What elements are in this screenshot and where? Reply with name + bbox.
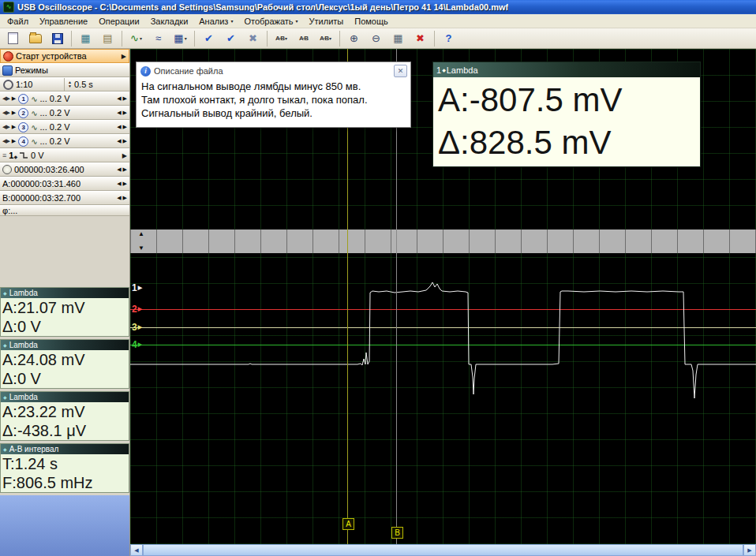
- new-file-button[interactable]: [2, 29, 24, 48]
- shift-icon[interactable]: ◀▶: [2, 138, 9, 144]
- grid-toggle-button[interactable]: ▦: [387, 29, 409, 48]
- cursor-b-time-row[interactable]: B:000000:03:32.700 ◀▶: [0, 191, 129, 205]
- cursor-a-time-value: A:000000:03:31.460: [2, 179, 80, 188]
- scroll-left-button[interactable]: ◀: [130, 544, 143, 556]
- timebase-control[interactable]: ▲▼ 0.5 s: [65, 78, 129, 91]
- accept-button-1[interactable]: ✔: [198, 29, 219, 48]
- channel-2-marker[interactable]: 2▶: [132, 304, 142, 315]
- phase-row[interactable]: φ:...: [0, 205, 129, 216]
- zoom-in-button[interactable]: ⊕: [343, 29, 365, 48]
- coupling-icon: ∿: [31, 95, 37, 103]
- expand-arrow-icon: ▶: [122, 152, 127, 159]
- menu-help[interactable]: Помощь: [349, 15, 394, 28]
- channel-3-marker[interactable]: 3▶: [132, 322, 142, 333]
- trigger-row[interactable]: ≡ 1◆ 0 V ▶: [0, 148, 129, 162]
- save-button[interactable]: [47, 29, 68, 48]
- lambda-panel-title: Lambda: [447, 65, 478, 75]
- menu-display[interactable]: Отображать▾: [238, 15, 303, 28]
- copy-graph-button[interactable]: ▤: [97, 29, 118, 48]
- channel-1-steppers[interactable]: ◀▶: [117, 95, 127, 102]
- export-image-icon: ▦: [80, 33, 90, 43]
- marker-arrow-icon: ▶: [138, 339, 142, 350]
- cursor-ab-icon: A·B: [320, 33, 328, 43]
- menu-utilities[interactable]: Утилиты: [304, 15, 350, 28]
- clock-icon: [2, 165, 12, 174]
- channel-1-badge[interactable]: 1: [18, 94, 28, 104]
- channel-2-badge[interactable]: 2: [18, 108, 28, 118]
- clear-icon: ✖: [416, 33, 425, 43]
- popup-line-3: Сигнальный вывод крайний, белый.: [141, 106, 406, 120]
- lambda-panel-body: A:-807.5 mV Δ:828.5 mV: [433, 77, 700, 166]
- menu-control[interactable]: Управление: [34, 15, 93, 28]
- cursor-b-steppers[interactable]: ◀▶: [117, 195, 127, 201]
- trigger-source[interactable]: 1◆: [9, 151, 17, 160]
- menu-file[interactable]: Файл: [2, 15, 34, 28]
- save-icon: [52, 33, 63, 44]
- timebase-value: 0.5 s: [74, 80, 93, 89]
- coupling-icon: ∿: [31, 137, 37, 146]
- toolbar-separator: [194, 31, 195, 47]
- measurement-header-2[interactable]: ◆ Lambda: [1, 340, 129, 350]
- channel-1-row[interactable]: ◀▶ ▶ 1 ∿ ... 0.2 V ◀▶: [0, 91, 129, 106]
- probe-scale-control[interactable]: 1:10: [0, 78, 65, 91]
- close-button[interactable]: ✕: [394, 65, 407, 77]
- channel-1-marker[interactable]: 1▶: [132, 282, 142, 293]
- measurement-value-a: A:23.22 mV: [2, 402, 127, 421]
- start-device-button[interactable]: Старт устройства ▶: [0, 49, 129, 63]
- modes-button[interactable]: Режимы: [0, 63, 129, 77]
- channel-4-row[interactable]: ◀▶ ▶ 4 ∿ ... 0.2 V ◀▶: [0, 134, 129, 148]
- open-file-button[interactable]: [24, 29, 46, 48]
- measurement-header-interval[interactable]: ◆ A-B интервал: [1, 444, 129, 454]
- menu-analysis[interactable]: Анализ▾: [193, 15, 238, 28]
- horizontal-scrollbar[interactable]: ◀ ▶: [130, 544, 756, 556]
- cursor-b-time-value: B:000000:03:32.700: [2, 193, 80, 203]
- channel-4-steppers[interactable]: ◀▶: [117, 138, 127, 144]
- cursor-a-steppers[interactable]: ◀▶: [117, 181, 127, 187]
- clear-button[interactable]: ✖: [410, 29, 431, 48]
- channel-4-marker[interactable]: 4▶: [132, 339, 142, 350]
- channel-3-badge[interactable]: 3: [18, 122, 28, 132]
- cursor-a-time-row[interactable]: A:000000:03:31.460 ◀▶: [0, 177, 129, 191]
- marker-arrow-icon: ▶: [138, 304, 142, 315]
- marker-arrow-icon: ▶: [12, 124, 16, 130]
- scrollbar-thumb[interactable]: [143, 544, 743, 556]
- lambda-panel-header[interactable]: 1 ◆ Lambda: [433, 62, 700, 77]
- cursor-a-label[interactable]: A: [342, 518, 354, 530]
- cursor-b-label[interactable]: B: [391, 527, 403, 539]
- menu-bookmarks[interactable]: Закладки: [145, 15, 194, 28]
- phase-value: φ:...: [2, 206, 17, 215]
- scope-display[interactable]: ▲ ▼ A B 1▶ 2▶ 3▶ 4▶ i Описание файла ✕ Н…: [130, 49, 756, 544]
- chart-mode-button[interactable]: ▦▾: [170, 29, 191, 48]
- lambda-a-value: A:-807.5 mV: [438, 79, 695, 121]
- channel-2-steppers[interactable]: ◀▶: [117, 110, 127, 116]
- shift-icon[interactable]: ◀▶: [2, 124, 9, 130]
- cursor-ab-button-2[interactable]: A·B: [293, 29, 314, 48]
- channel-4-badge[interactable]: 4: [18, 136, 28, 147]
- export-image-button[interactable]: ▦: [75, 29, 96, 48]
- scroll-right-button[interactable]: ▶: [743, 544, 756, 556]
- shift-icon[interactable]: ◀▶: [2, 95, 9, 102]
- channel-1-range: ... 0.2 V: [40, 94, 70, 103]
- cursor-ab-button-1[interactable]: A·B▾: [271, 29, 292, 48]
- cursor-ab-button-3[interactable]: A·B▾: [315, 29, 336, 48]
- waveform-mode-icon: ∿: [130, 33, 139, 43]
- zoom-mode-button[interactable]: ≈: [148, 29, 169, 48]
- help-button[interactable]: ?: [438, 29, 459, 48]
- channel-3-row[interactable]: ◀▶ ▶ 3 ∿ ... 0.2 V ◀▶: [0, 120, 129, 134]
- waveform-mode-button[interactable]: ∿▾: [125, 29, 147, 48]
- channel-2-row[interactable]: ◀▶ ▶ 2 ∿ ... 0.2 V ◀▶: [0, 106, 129, 120]
- zoom-out-button[interactable]: ⊖: [365, 29, 387, 48]
- shift-icon[interactable]: ◀▶: [2, 110, 9, 116]
- time-steppers[interactable]: ◀▶: [117, 166, 127, 173]
- menu-bar: Файл Управление Операции Закладки Анализ…: [0, 14, 756, 28]
- marker-arrow-icon: ▶: [12, 138, 16, 144]
- measurement-header-1[interactable]: ◆ Lambda: [1, 288, 129, 298]
- measurement-header-3[interactable]: ◆ Lambda: [1, 392, 129, 402]
- measurement-body-interval: T:1.24 s F:806.5 mHz: [1, 454, 129, 492]
- channel-3-steppers[interactable]: ◀▶: [117, 124, 127, 130]
- time-position-row[interactable]: 000000:03:26.400 ◀▶: [0, 162, 129, 177]
- reject-button[interactable]: ✖: [242, 29, 264, 48]
- accept-button-2[interactable]: ✔: [220, 29, 241, 48]
- spinner-icon[interactable]: ▲▼: [68, 80, 72, 88]
- menu-operations[interactable]: Операции: [93, 15, 144, 28]
